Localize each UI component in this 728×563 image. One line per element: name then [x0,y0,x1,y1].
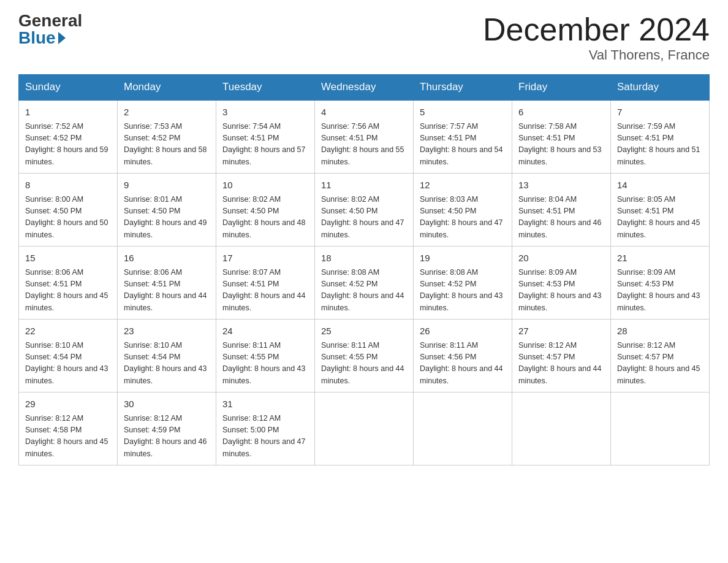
day-info: Sunrise: 8:02 AMSunset: 4:50 PMDaylight:… [222,194,308,242]
page-header: General Blue December 2024 Val Thorens, … [18,12,710,63]
logo: General Blue [18,12,82,47]
day-number: 19 [420,251,506,266]
day-number: 13 [518,178,604,193]
day-number: 17 [222,251,308,266]
day-number: 29 [25,397,111,412]
day-number: 5 [420,105,506,120]
day-number: 2 [124,105,210,120]
calendar-cell: 31Sunrise: 8:12 AMSunset: 5:00 PMDayligh… [216,393,315,465]
title-block: December 2024 Val Thorens, France [483,12,710,63]
day-info: Sunrise: 8:09 AMSunset: 4:53 PMDaylight:… [617,267,703,315]
day-info: Sunrise: 8:12 AMSunset: 4:58 PMDaylight:… [25,413,111,461]
day-info: Sunrise: 7:58 AMSunset: 4:51 PMDaylight:… [518,121,604,169]
day-info: Sunrise: 8:01 AMSunset: 4:50 PMDaylight:… [124,194,210,242]
calendar-cell: 11Sunrise: 8:02 AMSunset: 4:50 PMDayligh… [315,174,414,247]
calendar-cell: 4Sunrise: 7:56 AMSunset: 4:51 PMDaylight… [315,100,414,174]
day-number: 8 [25,178,111,193]
day-number: 26 [420,324,506,339]
day-info: Sunrise: 8:12 AMSunset: 4:57 PMDaylight:… [518,340,604,388]
day-number: 11 [321,178,407,193]
header-wednesday: Wednesday [315,75,414,101]
day-number: 1 [25,105,111,120]
calendar-cell: 13Sunrise: 8:04 AMSunset: 4:51 PMDayligh… [512,174,611,247]
day-info: Sunrise: 7:56 AMSunset: 4:51 PMDaylight:… [321,121,407,169]
day-info: Sunrise: 7:54 AMSunset: 4:51 PMDaylight:… [222,121,308,169]
calendar-cell: 5Sunrise: 7:57 AMSunset: 4:51 PMDaylight… [414,100,512,174]
day-info: Sunrise: 8:11 AMSunset: 4:56 PMDaylight:… [420,340,506,388]
calendar-cell: 18Sunrise: 8:08 AMSunset: 4:52 PMDayligh… [315,247,414,320]
calendar-cell: 2Sunrise: 7:53 AMSunset: 4:52 PMDaylight… [118,100,216,174]
calendar-week-row: 22Sunrise: 8:10 AMSunset: 4:54 PMDayligh… [19,320,710,393]
day-number: 16 [124,251,210,266]
day-number: 30 [124,397,210,412]
day-info: Sunrise: 8:11 AMSunset: 4:55 PMDaylight:… [222,340,308,388]
calendar-header-row: SundayMondayTuesdayWednesdayThursdayFrid… [19,75,710,101]
calendar-cell: 21Sunrise: 8:09 AMSunset: 4:53 PMDayligh… [611,247,710,320]
day-number: 21 [617,251,703,266]
logo-general-text: General [18,12,82,29]
calendar-cell: 10Sunrise: 8:02 AMSunset: 4:50 PMDayligh… [216,174,315,247]
day-info: Sunrise: 8:10 AMSunset: 4:54 PMDaylight:… [25,340,111,388]
day-number: 23 [124,324,210,339]
day-info: Sunrise: 8:07 AMSunset: 4:51 PMDaylight:… [222,267,308,315]
calendar-cell: 17Sunrise: 8:07 AMSunset: 4:51 PMDayligh… [216,247,315,320]
day-info: Sunrise: 8:04 AMSunset: 4:51 PMDaylight:… [518,194,604,242]
day-info: Sunrise: 8:12 AMSunset: 4:59 PMDaylight:… [124,413,210,461]
calendar-cell: 20Sunrise: 8:09 AMSunset: 4:53 PMDayligh… [512,247,611,320]
day-info: Sunrise: 8:11 AMSunset: 4:55 PMDaylight:… [321,340,407,388]
header-thursday: Thursday [414,75,512,101]
day-number: 14 [617,178,703,193]
day-number: 7 [617,105,703,120]
calendar-cell: 22Sunrise: 8:10 AMSunset: 4:54 PMDayligh… [19,320,118,393]
calendar-cell: 30Sunrise: 8:12 AMSunset: 4:59 PMDayligh… [118,393,216,465]
calendar-week-row: 15Sunrise: 8:06 AMSunset: 4:51 PMDayligh… [19,247,710,320]
day-info: Sunrise: 8:08 AMSunset: 4:52 PMDaylight:… [420,267,506,315]
day-number: 9 [124,178,210,193]
calendar-cell: 29Sunrise: 8:12 AMSunset: 4:58 PMDayligh… [19,393,118,465]
day-number: 12 [420,178,506,193]
calendar-cell: 23Sunrise: 8:10 AMSunset: 4:54 PMDayligh… [118,320,216,393]
day-number: 25 [321,324,407,339]
calendar-week-row: 1Sunrise: 7:52 AMSunset: 4:52 PMDaylight… [19,100,710,174]
month-title: December 2024 [483,12,710,47]
logo-arrow-icon [58,32,66,44]
calendar-cell: 1Sunrise: 7:52 AMSunset: 4:52 PMDaylight… [19,100,118,174]
day-info: Sunrise: 8:06 AMSunset: 4:51 PMDaylight:… [25,267,111,315]
calendar-cell: 15Sunrise: 8:06 AMSunset: 4:51 PMDayligh… [19,247,118,320]
calendar-cell: 16Sunrise: 8:06 AMSunset: 4:51 PMDayligh… [118,247,216,320]
day-number: 22 [25,324,111,339]
calendar-cell [315,393,414,465]
day-number: 24 [222,324,308,339]
header-sunday: Sunday [19,75,118,101]
day-info: Sunrise: 7:53 AMSunset: 4:52 PMDaylight:… [124,121,210,169]
day-number: 10 [222,178,308,193]
day-info: Sunrise: 7:57 AMSunset: 4:51 PMDaylight:… [420,121,506,169]
day-info: Sunrise: 8:05 AMSunset: 4:51 PMDaylight:… [617,194,703,242]
calendar-cell: 6Sunrise: 7:58 AMSunset: 4:51 PMDaylight… [512,100,611,174]
calendar-table: SundayMondayTuesdayWednesdayThursdayFrid… [18,74,710,465]
day-number: 3 [222,105,308,120]
calendar-cell: 28Sunrise: 8:12 AMSunset: 4:57 PMDayligh… [611,320,710,393]
day-info: Sunrise: 8:03 AMSunset: 4:50 PMDaylight:… [420,194,506,242]
day-number: 18 [321,251,407,266]
day-info: Sunrise: 7:59 AMSunset: 4:51 PMDaylight:… [617,121,703,169]
day-info: Sunrise: 8:10 AMSunset: 4:54 PMDaylight:… [124,340,210,388]
calendar-cell: 7Sunrise: 7:59 AMSunset: 4:51 PMDaylight… [611,100,710,174]
day-info: Sunrise: 8:08 AMSunset: 4:52 PMDaylight:… [321,267,407,315]
calendar-week-row: 8Sunrise: 8:00 AMSunset: 4:50 PMDaylight… [19,174,710,247]
header-monday: Monday [118,75,216,101]
day-info: Sunrise: 8:12 AMSunset: 4:57 PMDaylight:… [617,340,703,388]
day-info: Sunrise: 7:52 AMSunset: 4:52 PMDaylight:… [25,121,111,169]
day-number: 20 [518,251,604,266]
day-number: 31 [222,397,308,412]
day-info: Sunrise: 8:02 AMSunset: 4:50 PMDaylight:… [321,194,407,242]
day-number: 4 [321,105,407,120]
logo-blue-text: Blue [18,29,66,47]
day-number: 27 [518,324,604,339]
calendar-cell: 8Sunrise: 8:00 AMSunset: 4:50 PMDaylight… [19,174,118,247]
calendar-cell: 3Sunrise: 7:54 AMSunset: 4:51 PMDaylight… [216,100,315,174]
calendar-cell: 14Sunrise: 8:05 AMSunset: 4:51 PMDayligh… [611,174,710,247]
day-number: 15 [25,251,111,266]
day-info: Sunrise: 8:09 AMSunset: 4:53 PMDaylight:… [518,267,604,315]
calendar-cell: 19Sunrise: 8:08 AMSunset: 4:52 PMDayligh… [414,247,512,320]
